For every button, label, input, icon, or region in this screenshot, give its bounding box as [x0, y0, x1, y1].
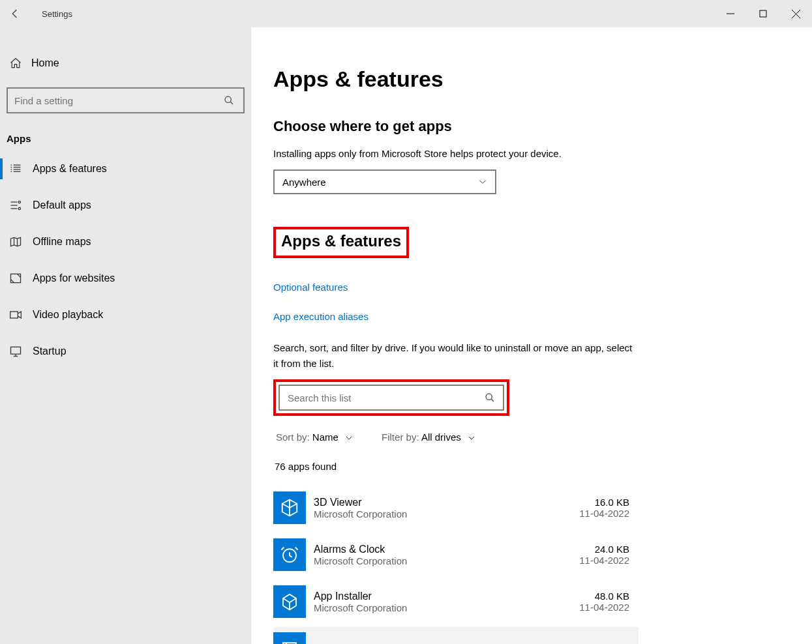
- svg-rect-22: [10, 312, 18, 318]
- highlight-apps-features: Apps & features: [273, 227, 409, 258]
- sort-value: Name: [312, 432, 338, 443]
- search-icon: [485, 392, 495, 403]
- app-date: 11-04-2022: [579, 508, 629, 519]
- app-row[interactable]: App Installer Microsoft Corporation 48.0…: [273, 580, 639, 627]
- search-this-list-input[interactable]: [278, 385, 504, 411]
- sidebar: Home Apps Apps & features Default apps: [0, 27, 251, 644]
- app-icon-bionix: [273, 632, 306, 644]
- find-setting-input[interactable]: [7, 87, 245, 113]
- minimize-icon: [727, 10, 734, 18]
- svg-line-5: [230, 102, 233, 104]
- sidebar-item-label: Video playback: [33, 309, 103, 321]
- sidebar-section-header: Apps: [7, 133, 251, 144]
- maximize-icon: [759, 10, 767, 18]
- choose-where-dropdown[interactable]: Anywhere: [273, 169, 496, 194]
- search-this-list-field[interactable]: [288, 392, 485, 403]
- choose-where-desc: Installing apps only from Microsoft Stor…: [273, 148, 786, 159]
- sidebar-item-label: Offline maps: [33, 236, 91, 248]
- choose-where-header: Choose where to get apps: [273, 118, 786, 135]
- sidebar-item-video-playback[interactable]: Video playback: [0, 297, 251, 333]
- chevron-down-icon: [478, 177, 487, 186]
- find-setting-field[interactable]: [14, 95, 224, 106]
- app-size: 48.0 KB: [579, 591, 629, 602]
- window-title: Settings: [42, 9, 72, 19]
- apps-websites-icon: [8, 272, 23, 285]
- close-icon: [792, 10, 800, 18]
- filter-by-dropdown[interactable]: Filter by: All drives: [382, 432, 475, 443]
- svg-line-27: [491, 399, 494, 402]
- video-playback-icon: [8, 308, 23, 321]
- app-icon-alarms-clock: [273, 538, 306, 571]
- sidebar-item-label: Apps for websites: [33, 272, 115, 284]
- home-button[interactable]: Home: [0, 48, 251, 78]
- svg-point-18: [18, 207, 20, 209]
- startup-icon: [8, 345, 23, 358]
- choose-where-value: Anywhere: [282, 177, 326, 188]
- app-size: 16.0 KB: [579, 497, 629, 508]
- back-arrow-icon: [9, 8, 21, 20]
- app-row[interactable]: BioniX Wallpaper Changer 20-05-2022: [273, 627, 639, 644]
- minimize-button[interactable]: [714, 0, 747, 27]
- optional-features-link[interactable]: Optional features: [273, 282, 786, 293]
- sidebar-item-apps-features[interactable]: Apps & features: [0, 151, 251, 187]
- sidebar-item-apps-for-websites[interactable]: Apps for websites: [0, 260, 251, 297]
- svg-rect-1: [760, 10, 766, 17]
- page-title: Apps & features: [273, 66, 786, 92]
- app-icon-app-installer: [273, 585, 306, 618]
- home-label: Home: [31, 57, 59, 69]
- sidebar-item-startup[interactable]: Startup: [0, 333, 251, 370]
- app-date: 11-04-2022: [579, 555, 629, 566]
- default-apps-icon: [8, 199, 23, 212]
- back-button[interactable]: [0, 8, 30, 20]
- apps-features-subheader: Apps & features: [281, 232, 401, 250]
- app-name: App Installer: [314, 591, 579, 602]
- chevron-down-icon: [345, 434, 353, 442]
- sidebar-item-default-apps[interactable]: Default apps: [0, 187, 251, 224]
- chevron-down-icon: [468, 434, 475, 442]
- svg-rect-23: [11, 347, 21, 354]
- app-icon-3d-viewer: [273, 491, 306, 524]
- filter-label: Filter by:: [382, 432, 419, 443]
- app-date: 11-04-2022: [579, 602, 629, 613]
- titlebar: Settings: [0, 0, 812, 27]
- filter-value: All drives: [421, 432, 461, 443]
- app-count: 76 apps found: [275, 461, 786, 472]
- svg-point-17: [18, 201, 20, 203]
- app-size: 24.0 KB: [579, 544, 629, 555]
- sort-by-dropdown[interactable]: Sort by: Name: [276, 432, 353, 443]
- app-publisher: Microsoft Corporation: [314, 555, 579, 566]
- app-row[interactable]: Alarms & Clock Microsoft Corporation 24.…: [273, 533, 639, 580]
- app-name: 3D Viewer: [314, 497, 579, 508]
- highlight-search-box: [273, 379, 509, 416]
- sort-filter-row: Sort by: Name Filter by: All drives: [276, 432, 786, 443]
- search-desc: Search, sort, and filter by drive. If yo…: [273, 340, 639, 372]
- app-execution-aliases-link[interactable]: App execution aliases: [273, 311, 786, 322]
- svg-point-4: [225, 96, 231, 102]
- svg-point-26: [486, 394, 492, 400]
- search-icon: [224, 95, 237, 106]
- sidebar-item-label: Startup: [33, 345, 67, 357]
- sidebar-item-label: Default apps: [33, 199, 91, 211]
- app-publisher: Microsoft Corporation: [314, 602, 579, 613]
- app-list: 3D Viewer Microsoft Corporation 16.0 KB …: [273, 486, 639, 644]
- sidebar-item-label: Apps & features: [33, 163, 107, 175]
- app-name: Alarms & Clock: [314, 544, 579, 555]
- offline-maps-icon: [8, 235, 23, 248]
- home-icon: [8, 57, 23, 70]
- apps-features-icon: [8, 162, 23, 175]
- sidebar-item-offline-maps[interactable]: Offline maps: [0, 224, 251, 260]
- app-publisher: Microsoft Corporation: [314, 508, 579, 520]
- close-button[interactable]: [779, 0, 812, 27]
- maximize-button[interactable]: [747, 0, 779, 27]
- sort-label: Sort by:: [276, 432, 310, 443]
- main-content: Apps & features Choose where to get apps…: [251, 27, 812, 644]
- app-row[interactable]: 3D Viewer Microsoft Corporation 16.0 KB …: [273, 486, 639, 533]
